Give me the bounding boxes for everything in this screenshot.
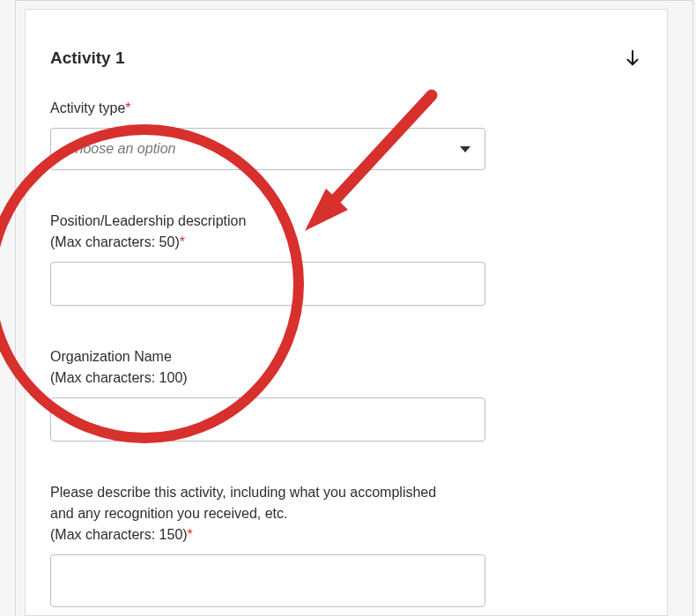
- label-text-line1: Position/Leadership description: [50, 213, 246, 228]
- organization-name-input[interactable]: [50, 397, 485, 442]
- organization-name-field: Organization Name (Max characters: 100): [50, 346, 642, 442]
- position-description-label: Position/Leadership description (Max cha…: [50, 211, 642, 253]
- required-asterisk: *: [188, 527, 193, 542]
- describe-activity-label: Please describe this activity, including…: [50, 482, 642, 545]
- card-header[interactable]: Activity 1: [50, 48, 642, 68]
- position-description-input[interactable]: [50, 262, 485, 306]
- page: Activity 1 Activity type* Choose an opti…: [0, 0, 696, 616]
- activity-type-placeholder: Choose an option: [65, 141, 175, 157]
- activity-type-field: Activity type* Choose an option: [50, 98, 642, 170]
- label-text-line1: Organization Name: [50, 349, 172, 364]
- label-text-line1: Please describe this activity, including…: [50, 485, 436, 500]
- activity-type-select[interactable]: Choose an option: [50, 128, 485, 170]
- required-asterisk: *: [180, 234, 185, 249]
- label-text-line3: (Max characters: 150): [50, 527, 188, 542]
- activity-card: Activity 1 Activity type* Choose an opti…: [25, 9, 668, 616]
- activity-type-label: Activity type*: [50, 98, 642, 119]
- label-text-line2: and any recognition you received, etc.: [50, 506, 288, 521]
- card-title: Activity 1: [50, 48, 124, 68]
- position-description-field: Position/Leadership description (Max cha…: [50, 211, 642, 306]
- organization-name-label: Organization Name (Max characters: 100): [50, 346, 642, 389]
- label-text: Activity type: [50, 100, 125, 115]
- describe-activity-textarea[interactable]: [50, 554, 485, 607]
- describe-activity-field: Please describe this activity, including…: [50, 482, 642, 611]
- label-text-line2: (Max characters: 50): [50, 234, 180, 249]
- label-text-line2: (Max characters: 100): [50, 370, 188, 385]
- required-asterisk: *: [125, 100, 130, 115]
- arrow-down-icon[interactable]: [623, 48, 642, 68]
- chevron-down-icon: [460, 146, 470, 152]
